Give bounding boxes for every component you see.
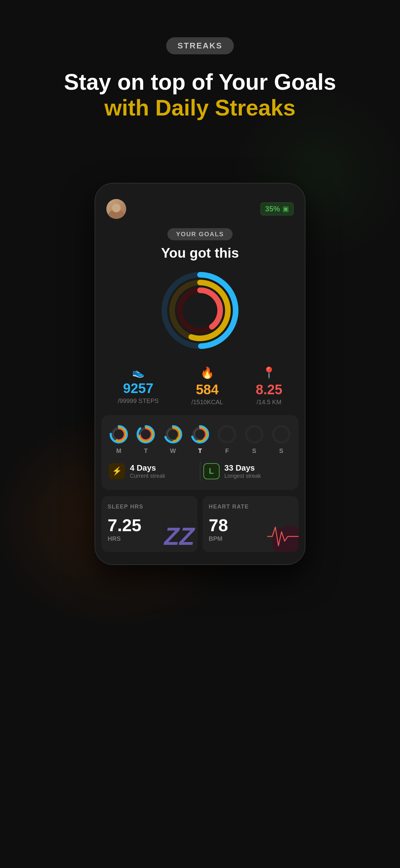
kcal-icon: 🔥: [200, 366, 214, 379]
svg-point-38: [276, 429, 287, 440]
svg-point-37: [274, 428, 288, 441]
longest-streak-icon-symbol: L: [209, 466, 214, 476]
streak-info-row: ⚡ 4 Days Current streak L 33 Days: [109, 462, 291, 480]
day-label-f: F: [225, 447, 229, 455]
day-monday: M: [109, 424, 129, 455]
svg-point-32: [222, 429, 233, 440]
headline-line2: with Daily Streaks: [64, 95, 336, 121]
day-label-m: M: [116, 447, 122, 455]
day-label-s1: S: [252, 447, 256, 455]
km-icon: 📍: [262, 366, 276, 379]
steps-stat: 👟 9257 /99999 STEPS: [118, 366, 159, 406]
battery-percent: 35%: [265, 205, 280, 213]
day-wednesday: W: [163, 424, 183, 455]
day-ring-t1: [136, 424, 156, 444]
day-ring-t2: [190, 424, 210, 444]
longest-streak-days: 33 Days: [225, 463, 261, 473]
day-thursday: T: [190, 424, 210, 455]
current-streak-details: 4 Days Current streak: [130, 463, 165, 479]
kcal-sub: /1510KCAL: [191, 399, 223, 406]
day-ring-s2: [271, 424, 291, 444]
greeting-text: You got this: [161, 245, 239, 261]
goals-section: YOUR GOALS You got this: [95, 225, 305, 415]
longest-streak-icon: L: [203, 463, 220, 479]
longest-streak-label: Longest streak: [225, 473, 261, 479]
longest-streak-box: L 33 Days Longest streak: [203, 463, 292, 479]
heart-rate-visual: [265, 518, 299, 552]
svg-point-35: [249, 429, 260, 440]
steps-value: 9257: [123, 381, 154, 396]
sleep-label: SLEEP HRS: [108, 503, 191, 510]
day-label-t1: T: [144, 447, 147, 455]
streak-divider: [200, 462, 200, 480]
svg-point-34: [247, 428, 261, 441]
stats-row: 👟 9257 /99999 STEPS 🔥 584 /1510KCAL 📍 8.…: [95, 366, 305, 415]
current-streak-label: Current streak: [130, 473, 165, 479]
your-goals-text: YOUR GOALS: [176, 231, 224, 238]
steps-icon: 👟: [132, 366, 144, 378]
day-tuesday: T: [136, 424, 156, 455]
day-label-t2: T: [198, 447, 202, 455]
sleep-zzz-icon: ZZ: [164, 524, 194, 549]
current-streak-icon-symbol: ⚡: [112, 466, 122, 476]
heart-rate-card: HEART RATE 78 BPM: [202, 496, 299, 552]
headline-line1: Stay on top of Your Goals: [64, 69, 336, 95]
day-ring-s1: [244, 424, 264, 444]
current-streak-box: ⚡ 4 Days Current streak: [109, 463, 197, 479]
day-ring-m: [109, 424, 129, 444]
page-content: STREAKS Stay on top of Your Goals with D…: [0, 0, 400, 565]
battery-badge: 35% ▣: [261, 203, 294, 215]
streaks-badge: STREAKS: [166, 37, 233, 54]
day-saturday: S: [244, 424, 264, 455]
phone-inner: 35% ▣ YOUR GOALS You got this: [95, 183, 305, 564]
heart-rate-label: HEART RATE: [209, 503, 292, 510]
phone-header: 35% ▣: [95, 196, 305, 225]
current-streak-days: 4 Days: [130, 463, 165, 473]
current-streak-icon: ⚡: [109, 463, 125, 479]
day-sunday: S: [271, 424, 291, 455]
svg-point-31: [220, 428, 234, 441]
weekly-days: M: [109, 424, 291, 455]
battery-icon: ▣: [282, 205, 289, 213]
kcal-stat: 🔥 584 /1510KCAL: [191, 366, 223, 406]
bottom-stats: SLEEP HRS 7.25 HRS ZZ HEART RATE 78 BPM: [101, 496, 299, 564]
phone-mockup: 35% ▣ YOUR GOALS You got this: [95, 183, 305, 565]
streaks-badge-label: STREAKS: [177, 41, 222, 50]
day-ring-f: [217, 424, 237, 444]
weekly-section: M: [101, 415, 299, 490]
day-ring-w: [163, 424, 183, 444]
km-sub: /14.5 KM: [257, 399, 281, 406]
longest-streak-details: 33 Days Longest streak: [225, 463, 261, 479]
ring-svg: [160, 270, 240, 351]
ring-chart: [160, 270, 240, 351]
headline: Stay on top of Your Goals with Daily Str…: [64, 69, 336, 121]
steps-sub: /99999 STEPS: [118, 397, 159, 404]
day-label-s2: S: [279, 447, 283, 455]
day-friday: F: [217, 424, 237, 455]
kcal-value: 584: [196, 382, 219, 397]
day-label-w: W: [170, 447, 176, 455]
km-stat: 📍 8.25 /14.5 KM: [256, 366, 282, 406]
sleep-card: SLEEP HRS 7.25 HRS ZZ: [101, 496, 198, 552]
your-goals-badge: YOUR GOALS: [167, 228, 233, 240]
km-value: 8.25: [256, 382, 282, 397]
avatar: [106, 199, 126, 219]
